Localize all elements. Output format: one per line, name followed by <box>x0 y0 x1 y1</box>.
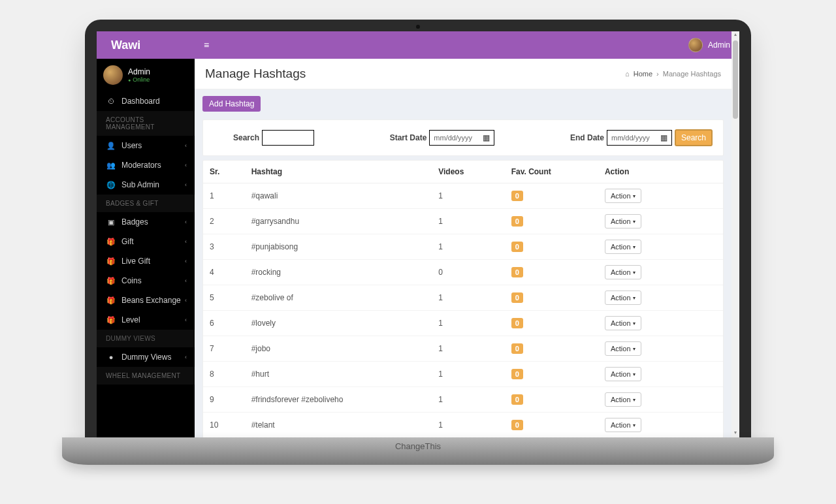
logo-box: Wawi <box>97 39 195 52</box>
cell-videos: 1 <box>432 387 504 413</box>
cell-sr: 7 <box>203 336 245 362</box>
column-header: Hashtag <box>245 161 432 183</box>
action-label: Action <box>611 421 631 429</box>
sidebar-item-beans-exchange[interactable]: 🎁Beans Exchange‹ <box>97 291 195 310</box>
laptop-base: ChangeThis <box>62 437 774 465</box>
sidebar-section-header: ACCOUNTS MANAGEMENT <box>97 111 195 136</box>
cell-action: Action▾ <box>598 209 723 234</box>
fav-count-badge: 0 <box>511 369 523 379</box>
cell-hashtag: #telant <box>245 413 432 438</box>
coins-icon: 🎁 <box>106 277 116 285</box>
cell-hashtag: #jobo <box>245 336 432 362</box>
cell-hashtag: #garrysandhu <box>245 209 432 234</box>
scroll-up-icon[interactable]: ▴ <box>732 31 739 39</box>
sidebar-item-gift[interactable]: 🎁Gift‹ <box>97 232 195 251</box>
sidebar-profile-name: Admin <box>128 67 150 76</box>
chevron-left-icon: ‹ <box>185 354 187 360</box>
dashboard-icon: ⏲ <box>106 97 116 105</box>
topbar-user[interactable]: Admin <box>688 38 730 52</box>
sidebar-item-dummy-views[interactable]: ●Dummy Views‹ <box>97 347 195 367</box>
sidebar-item-users[interactable]: 👤Users‹ <box>97 136 195 155</box>
caret-down-icon: ▾ <box>633 270 635 276</box>
table-row: 3#punjabisong10Action▾ <box>203 234 723 260</box>
breadcrumb-home[interactable]: Home <box>634 70 652 78</box>
avatar <box>688 38 703 52</box>
action-dropdown-button[interactable]: Action▾ <box>605 189 641 203</box>
action-dropdown-button[interactable]: Action▾ <box>605 341 641 356</box>
fav-count-badge: 0 <box>511 191 523 201</box>
sidebar-item-label: Dummy Views <box>121 353 185 362</box>
dummy-views-icon: ● <box>106 353 116 361</box>
scrollbar-thumb[interactable] <box>733 40 738 119</box>
action-label: Action <box>611 370 631 378</box>
action-dropdown-button[interactable]: Action▾ <box>605 392 641 407</box>
cell-fav: 0 <box>505 387 598 413</box>
cell-fav: 0 <box>505 336 598 362</box>
caret-down-icon: ▾ <box>633 244 635 250</box>
action-dropdown-button[interactable]: Action▾ <box>605 240 641 254</box>
cell-fav: 0 <box>505 209 598 234</box>
cell-hashtag: #rocking <box>245 260 432 285</box>
caret-down-icon: ▾ <box>633 321 635 326</box>
topbar: Wawi ≡ Admin <box>97 31 739 59</box>
start-date-input[interactable]: mm/dd/yyyy ▦ <box>429 130 494 146</box>
beans-exchange-icon: 🎁 <box>106 296 116 305</box>
chevron-left-icon: ‹ <box>185 317 187 323</box>
action-dropdown-button[interactable]: Action▾ <box>605 418 641 432</box>
sidebar-item-label: Moderators <box>121 161 185 170</box>
table-row: 6#lovely10Action▾ <box>203 311 723 336</box>
scroll-down-icon[interactable]: ▾ <box>732 430 739 437</box>
action-dropdown-button[interactable]: Action▾ <box>605 265 641 279</box>
action-dropdown-button[interactable]: Action▾ <box>605 291 641 305</box>
cell-sr: 5 <box>203 285 245 311</box>
end-date-input[interactable]: mm/dd/yyyy ▦ <box>607 130 672 146</box>
screen: Wawi ≡ Admin Admin Online ⏲DashboardACCO… <box>97 31 739 437</box>
action-dropdown-button[interactable]: Action▾ <box>605 316 641 330</box>
main-content: Manage Hashtags ⌂ Home › Manage Hashtags… <box>195 59 739 437</box>
scrollbar[interactable]: ▴ ▾ <box>732 31 739 437</box>
sidebar-item-label: Live Gift <box>121 257 185 266</box>
cell-fav: 0 <box>505 260 598 285</box>
sidebar-item-badges[interactable]: ▣Badges‹ <box>97 212 195 232</box>
laptop-frame: Wawi ≡ Admin Admin Online ⏲DashboardACCO… <box>85 20 751 437</box>
fav-count-badge: 0 <box>511 267 523 277</box>
table-row: 7#jobo10Action▾ <box>203 336 723 362</box>
chevron-left-icon: ‹ <box>185 219 187 225</box>
cell-fav: 0 <box>505 183 598 209</box>
search-input[interactable] <box>262 130 314 146</box>
menu-toggle-icon[interactable]: ≡ <box>195 40 218 50</box>
action-label: Action <box>611 243 631 251</box>
sidebar-item-coins[interactable]: 🎁Coins‹ <box>97 271 195 291</box>
fav-count-badge: 0 <box>511 318 523 328</box>
sidebar-item-label: Coins <box>121 276 185 285</box>
chevron-left-icon: ‹ <box>185 277 187 284</box>
sidebar-section-header: Dummy Views <box>97 330 195 347</box>
sidebar-item-live-gift[interactable]: 🎁Live Gift‹ <box>97 251 195 271</box>
device-label: ChangeThis <box>62 437 774 451</box>
cell-sr: 9 <box>203 387 245 413</box>
search-button[interactable]: Search <box>675 129 713 146</box>
chevron-left-icon: ‹ <box>185 258 187 264</box>
cell-action: Action▾ <box>598 336 723 362</box>
sidebar-item-dashboard[interactable]: ⏲Dashboard <box>97 91 195 111</box>
cell-action: Action▾ <box>598 387 723 413</box>
column-header: Fav. Count <box>505 161 598 183</box>
moderators-icon: 👥 <box>106 161 116 170</box>
cell-hashtag: #lovely <box>245 311 432 336</box>
date-placeholder: mm/dd/yyyy <box>434 134 472 142</box>
sidebar-item-label: Level <box>121 315 185 324</box>
calendar-icon: ▦ <box>483 133 490 142</box>
cell-action: Action▾ <box>598 311 723 336</box>
sidebar-item-level[interactable]: 🎁Level‹ <box>97 310 195 330</box>
sidebar-item-sub-admin[interactable]: 🌐Sub Admin‹ <box>97 175 195 195</box>
chevron-left-icon: ‹ <box>185 297 187 304</box>
add-hashtag-button[interactable]: Add Hashtag <box>202 96 261 112</box>
cell-sr: 6 <box>203 311 245 336</box>
column-header: Action <box>598 161 723 183</box>
cell-videos: 1 <box>432 336 504 362</box>
sidebar-item-moderators[interactable]: 👥Moderators‹ <box>97 155 195 175</box>
breadcrumb-current: Manage Hashtags <box>663 70 721 78</box>
action-dropdown-button[interactable]: Action▾ <box>605 214 641 228</box>
action-dropdown-button[interactable]: Action▾ <box>605 367 641 381</box>
page-title: Manage Hashtags <box>205 67 625 81</box>
